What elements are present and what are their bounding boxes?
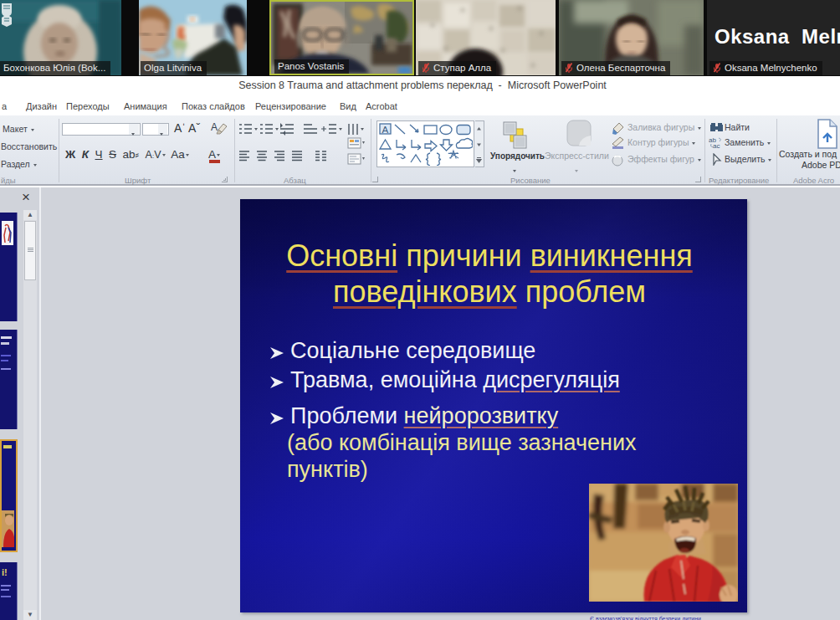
svg-text:ac: ac <box>713 142 720 149</box>
svg-text:A: A <box>211 121 218 133</box>
svg-text:A: A <box>382 125 389 135</box>
